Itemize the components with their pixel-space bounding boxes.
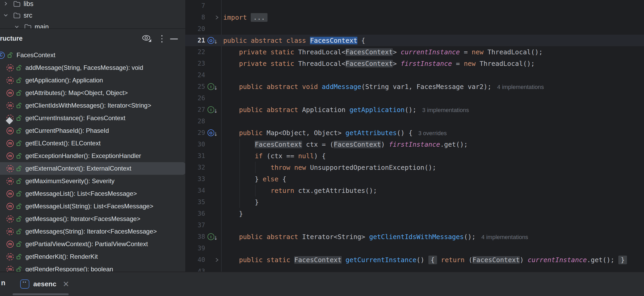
code-token: Map<Object, Object> bbox=[263, 129, 346, 137]
chevron-down-icon[interactable] bbox=[3, 12, 9, 18]
method-icon: m bbox=[7, 89, 14, 97]
run-tab-aesenc[interactable]: aesenc ✕ bbox=[20, 272, 69, 296]
chevron-down-icon[interactable] bbox=[14, 24, 20, 28]
unlock-icon bbox=[17, 153, 22, 159]
code-token bbox=[290, 164, 294, 171]
eye-icon[interactable] bbox=[141, 34, 152, 44]
code-token: = bbox=[460, 48, 472, 56]
code-line-37[interactable]: 37 bbox=[185, 219, 644, 231]
line-number: 24 bbox=[185, 71, 205, 79]
code-line-7[interactable]: 7 bbox=[185, 0, 644, 12]
gutter-marker-area bbox=[205, 139, 221, 150]
structure-item-getExternalContext[interactable]: m getExternalContext(): ExternalContext bbox=[0, 162, 185, 175]
fold-arrow-icon[interactable] bbox=[215, 15, 220, 21]
run-tab-label: aesenc bbox=[33, 280, 56, 288]
structure-item-getRenderResponse[interactable]: m getRenderResponse(): boolean bbox=[0, 263, 185, 272]
editor-lines: 78 import ...2021O↓public abstract class… bbox=[185, 0, 644, 272]
code-line-32[interactable]: 32 throw new UnsupportedOperationExcepti… bbox=[185, 162, 644, 173]
code-line-29[interactable]: 29O↓ public Map<Object, Object> getAttri… bbox=[185, 127, 644, 139]
tree-item-main[interactable]: main bbox=[0, 21, 185, 28]
code-line-25[interactable]: 25I↓ public abstract void addMessage(Str… bbox=[185, 81, 644, 92]
method-icon: m bbox=[7, 165, 14, 172]
structure-item-getMessageList[interactable]: m getMessageList(): List<FacesMessage> bbox=[0, 187, 185, 200]
structure-item-getMessages[interactable]: m getMessages(): Iterator<FacesMessage> bbox=[0, 213, 185, 225]
fold-arrow-icon[interactable] bbox=[215, 257, 220, 263]
code-line-8[interactable]: 8 import ... bbox=[185, 12, 644, 23]
unlock-icon bbox=[17, 191, 22, 197]
code-line-35[interactable]: 35 } bbox=[185, 196, 644, 208]
code-line-27[interactable]: 27I↓ public abstract Application getAppl… bbox=[185, 104, 644, 115]
code-token bbox=[342, 256, 346, 264]
unlock-icon bbox=[17, 77, 22, 83]
code-line-24[interactable]: 24 bbox=[185, 69, 644, 81]
code-line-20[interactable]: 20 bbox=[185, 23, 644, 35]
method-icon: m bbox=[7, 215, 14, 223]
code-line-33[interactable]: 33 } else { bbox=[185, 173, 644, 185]
code-line-34[interactable]: 34 return ctx.getAttributes(); bbox=[185, 185, 644, 196]
code-token: ... bbox=[251, 13, 267, 22]
code-line-36[interactable]: 36 } bbox=[185, 208, 644, 219]
code-line-21[interactable]: 21O↓public abstract class FacesContext { bbox=[185, 35, 644, 46]
inlay-hint[interactable]: 4 implementations bbox=[497, 84, 544, 90]
structure-item-getRenderKit[interactable]: m getRenderKit(): RenderKit bbox=[0, 250, 185, 263]
code-token: firstInstance bbox=[401, 60, 452, 67]
gutter-marker-area bbox=[205, 150, 221, 162]
inlay-hint[interactable]: 4 implementations bbox=[481, 234, 528, 240]
structure-item-getClientIdsWithMessages[interactable]: m getClientIdsWithMessages(): Iterator<S… bbox=[0, 99, 185, 112]
line-number: 29 bbox=[185, 129, 205, 136]
structure-item-getCurrentInstance[interactable]: m getCurrentInstance(): FacesContext bbox=[0, 112, 185, 124]
line-number: 36 bbox=[185, 210, 205, 217]
code-line-28[interactable]: 28 bbox=[185, 115, 644, 127]
tree-item-label: libs bbox=[24, 0, 34, 8]
chevron-right-icon[interactable] bbox=[3, 1, 9, 7]
structure-item-getMessages[interactable]: m getMessages(String): Iterator<FacesMes… bbox=[0, 225, 185, 238]
code-line-38[interactable]: 38I↓ public abstract Iterator<String> ge… bbox=[185, 231, 644, 242]
structure-item-getCurrentPhaseId[interactable]: m getCurrentPhaseId(): PhaseId bbox=[0, 124, 185, 137]
code-line-39[interactable]: 39 bbox=[185, 242, 644, 254]
method-icon: m bbox=[7, 190, 14, 197]
structure-item-addMessage[interactable]: m addMessage(String, FacesMessage): void bbox=[0, 61, 185, 74]
fold-arrow-icon[interactable] bbox=[215, 257, 220, 264]
structure-item-getPartialViewContext[interactable]: m getPartialViewContext(): PartialViewCo… bbox=[0, 238, 185, 250]
code-editor[interactable]: 78 import ...2021O↓public abstract class… bbox=[185, 0, 644, 272]
horizontal-scrollbar[interactable] bbox=[13, 293, 69, 295]
tree-item-libs[interactable]: libs bbox=[0, 0, 185, 9]
code-token: import bbox=[223, 14, 247, 21]
code-line-26[interactable]: 26 bbox=[185, 92, 644, 104]
inlay-hint[interactable]: 3 overrides bbox=[418, 130, 447, 136]
line-number: 27 bbox=[185, 106, 205, 113]
structure-item-getExceptionHandler[interactable]: m getExceptionHandler(): ExceptionHandle… bbox=[0, 150, 185, 162]
structure-item-getMessageList[interactable]: m getMessageList(String): List<FacesMess… bbox=[0, 200, 185, 213]
code-line-30[interactable]: 30 FacesContext ctx = (FacesContext) fir… bbox=[185, 139, 644, 150]
structure-item-label: getMessageList(String): List<FacesMessag… bbox=[25, 203, 153, 210]
code-line-40[interactable]: 40 public static FacesContext getCurrent… bbox=[185, 254, 644, 266]
unlock-icon bbox=[8, 52, 13, 58]
structure-item-getAttributes[interactable]: m getAttributes(): Map<Object, Object> bbox=[0, 87, 185, 99]
structure-item-getApplication[interactable]: m getApplication(): Application bbox=[0, 74, 185, 87]
close-icon[interactable]: ✕ bbox=[63, 280, 69, 288]
code-line-22[interactable]: 22 private static ThreadLocal<FacesConte… bbox=[185, 46, 644, 58]
code-token: private static bbox=[239, 48, 294, 56]
code-token: } bbox=[223, 198, 259, 206]
unlock-icon bbox=[17, 253, 22, 260]
code-line-43[interactable]: 43 bbox=[185, 266, 644, 272]
unlock-icon bbox=[17, 253, 22, 260]
inlay-hint[interactable]: 3 implementations bbox=[422, 107, 469, 113]
method-icon: m bbox=[7, 203, 14, 210]
unlock-icon bbox=[17, 191, 22, 197]
code-line-23[interactable]: 23 private static ThreadLocal<FacesConte… bbox=[185, 58, 644, 69]
structure-item-getMaximumSeverity[interactable]: m getMaximumSeverity(): Severity bbox=[0, 175, 185, 187]
line-number: 20 bbox=[185, 25, 205, 33]
code-token bbox=[223, 83, 239, 91]
code-line-31[interactable]: 31 if (ctx == null) { bbox=[185, 150, 644, 162]
more-vertical-icon[interactable] bbox=[157, 34, 167, 44]
tree-item-src[interactable]: src bbox=[0, 9, 185, 21]
structure-item-FacesContext[interactable]: C FacesContext bbox=[0, 49, 185, 61]
hide-icon[interactable] bbox=[169, 34, 179, 44]
unlock-icon bbox=[17, 228, 22, 235]
code-token: } bbox=[618, 256, 627, 264]
structure-item-getELContext[interactable]: m getELContext(): ELContext bbox=[0, 137, 185, 150]
code-text: } bbox=[221, 210, 243, 218]
code-token: private static bbox=[239, 60, 294, 67]
fold-arrow-icon[interactable] bbox=[215, 15, 220, 20]
